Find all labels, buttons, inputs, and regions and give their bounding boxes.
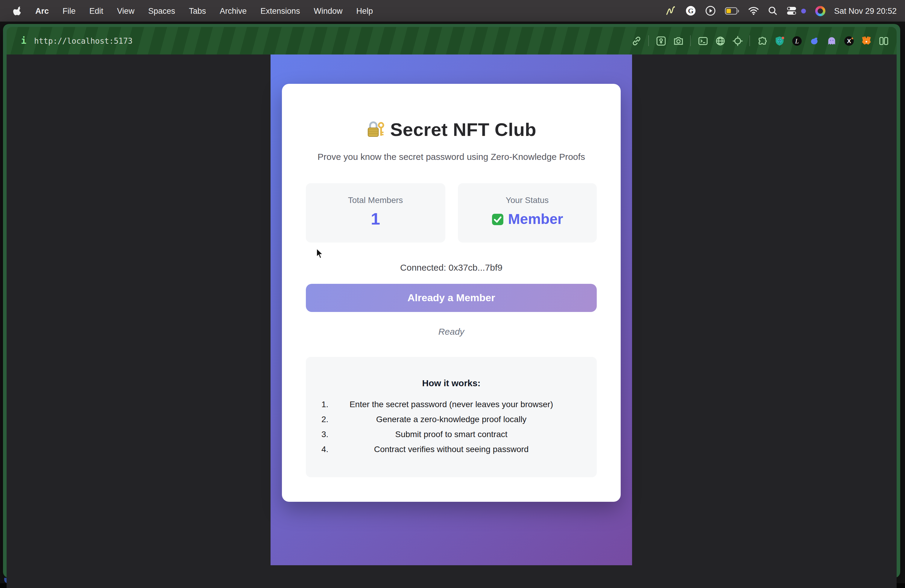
your-status-value: Member [457, 210, 597, 228]
screen: 0 zk-proofs-on-rootstock-with-noir 0 2 L… [0, 0, 905, 588]
svg-text:G: G [688, 7, 694, 15]
how-it-works-list: 1. Enter the secret password (never leav… [306, 397, 597, 457]
battery-icon[interactable] [724, 7, 739, 15]
shield-adblock-icon[interactable] [774, 35, 785, 46]
menu-help[interactable]: Help [356, 6, 373, 15]
your-status-label: Your Status [457, 195, 597, 205]
arc-browser-window: i http://localhost:5173 [3, 24, 900, 578]
script-l-extension-icon[interactable]: L [791, 35, 802, 46]
browser-viewport: Secret NFT Club Prove you know the secre… [6, 54, 897, 588]
toolbar-divider [690, 35, 691, 46]
camera-icon[interactable] [673, 35, 684, 46]
svg-text:X: X [847, 37, 851, 44]
total-members-value: 1 [306, 210, 445, 228]
site-info-icon[interactable]: i [21, 35, 26, 46]
list-item: 4. Contract verifies without seeing pass… [306, 442, 597, 457]
split-view-icon[interactable] [878, 35, 889, 46]
apple-logo-icon[interactable] [13, 6, 22, 16]
globe-icon[interactable] [714, 35, 726, 46]
menu-clock[interactable]: Sat Nov 29 20:52 [834, 6, 897, 15]
metamask-fox-icon[interactable] [861, 35, 872, 46]
your-status-box: Your Status Member [457, 183, 597, 243]
step-number: 3. [321, 427, 328, 442]
list-item: 3. Submit proof to smart contract [306, 427, 597, 442]
picture-capture-icon[interactable] [656, 35, 666, 46]
terminal-icon[interactable] [697, 35, 708, 46]
stats-row: Total Members 1 Your Status Member [306, 183, 597, 243]
target-icon[interactable] [732, 35, 743, 46]
total-members-box: Total Members 1 [306, 183, 445, 243]
stocks-squiggle-icon[interactable] [665, 5, 676, 16]
secret-nft-club-card: Secret NFT Club Prove you know the secre… [282, 84, 621, 502]
menu-window[interactable]: Window [314, 6, 342, 15]
step-number: 2. [321, 412, 328, 427]
status-text: Ready [306, 326, 597, 337]
already-a-member-button[interactable]: Already a Member [306, 284, 597, 312]
step-number: 4. [321, 442, 328, 457]
menu-view[interactable]: View [117, 6, 134, 15]
menu-tabs[interactable]: Tabs [189, 6, 206, 15]
step-text: Contract verifies without seeing passwor… [374, 444, 529, 454]
macos-menu-bar: Arc File Edit View Spaces Tabs Archive E… [0, 0, 905, 22]
member-text: Member [508, 210, 563, 228]
grammarly-icon[interactable]: G [685, 5, 696, 16]
step-number: 1. [321, 397, 328, 412]
check-mark-icon [491, 213, 504, 226]
search-icon[interactable] [768, 6, 777, 16]
menu-archive[interactable]: Archive [220, 6, 247, 15]
lock-key-icon [366, 120, 384, 140]
page-background-gradient: Secret NFT Club Prove you know the secre… [270, 54, 632, 565]
wifi-icon[interactable] [748, 6, 759, 15]
page-subtitle: Prove you know the secret password using… [306, 151, 597, 162]
menu-edit[interactable]: Edit [89, 6, 103, 15]
page-title: Secret NFT Club [390, 119, 536, 141]
x-app-icon[interactable]: X [843, 35, 854, 46]
step-text: Generate a zero-knowledge proof locally [376, 414, 527, 424]
step-text: Enter the secret password (never leaves … [349, 399, 553, 409]
how-it-works-heading: How it works: [306, 378, 597, 389]
page-title-row: Secret NFT Club [306, 119, 597, 141]
how-it-works-box: How it works: 1. Enter the secret passwo… [306, 357, 597, 477]
link-icon[interactable] [631, 35, 641, 46]
notification-dot [800, 8, 806, 13]
connected-address: Connected: 0x37cb...7bf9 [306, 262, 597, 273]
step-text: Submit proof to smart contract [395, 429, 507, 439]
svg-text:L: L [795, 37, 799, 44]
play-circle-icon[interactable] [705, 5, 716, 16]
puzzle-extension-icon[interactable] [757, 35, 767, 46]
control-center-icon[interactable] [786, 6, 797, 16]
url-bar[interactable]: http://localhost:5173 [34, 36, 133, 45]
rainbow-ring-icon[interactable] [815, 6, 825, 16]
total-members-label: Total Members [306, 195, 445, 205]
browser-toolbar: i http://localhost:5173 [6, 27, 897, 54]
toolbar-divider [648, 35, 649, 46]
mouse-cursor [316, 248, 326, 262]
menu-app-name[interactable]: Arc [35, 6, 49, 15]
menu-extensions[interactable]: Extensions [260, 6, 300, 15]
list-item: 2. Generate a zero-knowledge proof local… [306, 412, 597, 427]
rabbit-extension-icon[interactable] [809, 35, 819, 46]
list-item: 1. Enter the secret password (never leav… [306, 397, 597, 412]
toolbar-divider [749, 35, 750, 46]
phantom-ghost-icon[interactable] [826, 35, 837, 46]
menu-spaces[interactable]: Spaces [148, 6, 175, 15]
menu-file[interactable]: File [62, 6, 76, 15]
